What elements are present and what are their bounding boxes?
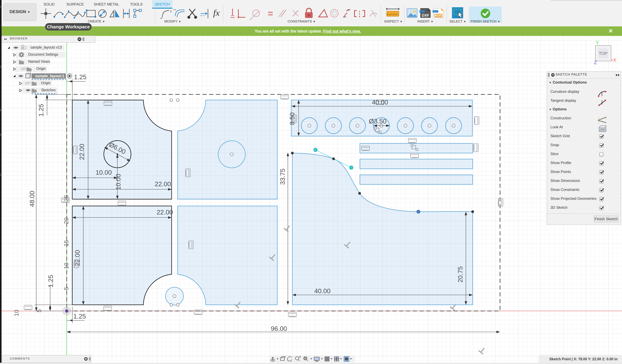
svg-text:sample_layout:1: sample_layout:1 [35, 74, 64, 78]
svg-text:20.75: 20.75 [457, 266, 464, 282]
svg-text:1.25: 1.25 [73, 313, 86, 320]
svg-text:25: 25 [63, 195, 70, 201]
svg-text:Y: Y [596, 40, 599, 45]
svg-text:TOP: TOP [599, 51, 607, 56]
svg-text:22.00: 22.00 [156, 209, 173, 216]
svg-text:10: 10 [63, 263, 70, 269]
svg-text:X: X [613, 57, 617, 63]
svg-text:Z: Z [594, 60, 597, 65]
svg-text:1.25: 1.25 [38, 104, 45, 117]
svg-text:40.00: 40.00 [314, 287, 330, 295]
svg-text:1.25: 1.25 [47, 275, 54, 288]
svg-text:22.00: 22.00 [155, 180, 171, 188]
svg-text:96.00: 96.00 [271, 325, 287, 332]
svg-text:5: 5 [63, 287, 70, 290]
svg-text:22.00: 22.00 [78, 144, 85, 160]
svg-text:15: 15 [63, 240, 70, 247]
svg-text:5: 5 [36, 309, 42, 312]
svg-text:10.00: 10.00 [96, 169, 112, 176]
svg-text:48.00: 48.00 [28, 191, 36, 207]
svg-text:33.75: 33.75 [279, 168, 286, 185]
svg-text:fx: fx [213, 8, 220, 18]
svg-text:10.00: 10.00 [115, 174, 122, 190]
svg-text:DXF: DXF [422, 13, 429, 18]
svg-text:8.50: 8.50 [289, 112, 296, 125]
svg-text:20: 20 [63, 218, 70, 224]
svg-text:10: 10 [13, 310, 20, 316]
svg-text:Ø3.50: Ø3.50 [369, 118, 387, 125]
svg-text:40.00: 40.00 [372, 99, 388, 106]
